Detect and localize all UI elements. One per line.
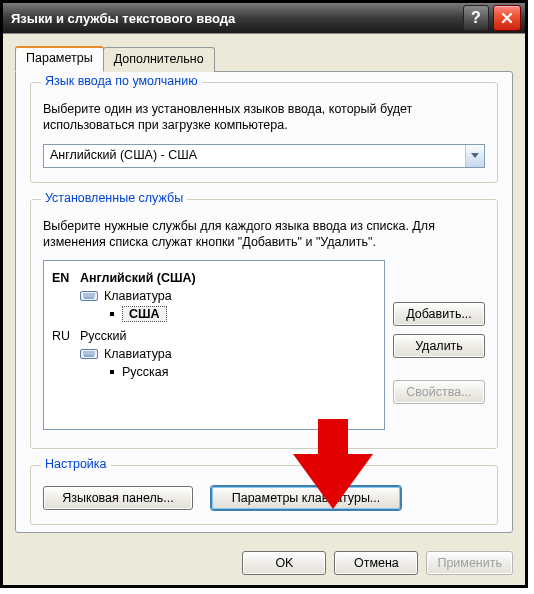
services-list[interactable]: EN Английский (США) Клавиатура США [43, 260, 385, 430]
button-label: Языковая панель... [62, 491, 173, 505]
button-label: Удалить [415, 339, 463, 353]
language-bar-button[interactable]: Языковая панель... [43, 486, 193, 510]
chevron-down-icon [471, 153, 479, 159]
keyboard-icon [80, 289, 98, 304]
group-legend: Язык ввода по умолчанию [41, 74, 202, 88]
remove-button[interactable]: Удалить [393, 334, 485, 358]
bullet-icon [110, 370, 114, 374]
combo-value: Английский (США) - США [44, 145, 465, 167]
lang-code: EN [52, 271, 80, 285]
lang-code: RU [52, 329, 80, 343]
tab-label: Параметры [26, 51, 93, 65]
category-label: Клавиатура [104, 347, 172, 361]
properties-button: Свойства... [393, 380, 485, 404]
lang-name: Английский (США) [80, 271, 196, 285]
service-lang-row[interactable]: EN Английский (США) [52, 269, 376, 287]
group-default-language: Язык ввода по умолчанию Выберите один из… [30, 82, 498, 183]
bullet-icon [110, 312, 114, 316]
button-label: Свойства... [406, 385, 471, 399]
service-lang-row[interactable]: RU Русский [52, 327, 376, 345]
close-icon [501, 12, 513, 24]
help-button[interactable]: ? [463, 5, 489, 31]
button-label: Добавить... [406, 307, 472, 321]
group-legend: Установленные службы [41, 191, 187, 205]
keyboard-settings-button[interactable]: Параметры клавиатуры... [211, 486, 401, 510]
dialog-button-row: OK Отмена Применить [242, 551, 513, 575]
tab-page: Язык ввода по умолчанию Выберите один из… [15, 71, 513, 533]
service-category-row[interactable]: Клавиатура [52, 345, 376, 363]
button-label: Параметры клавиатуры... [232, 491, 381, 505]
tab-parameters[interactable]: Параметры [15, 46, 104, 72]
service-layout-row[interactable]: Русская [52, 363, 376, 381]
ok-button[interactable]: OK [242, 551, 326, 575]
group-installed-services: Установленные службы Выберите нужные слу… [30, 199, 498, 450]
service-category-row[interactable]: Клавиатура [52, 287, 376, 305]
service-buttons-2: Свойства... [393, 380, 485, 404]
lang-name: Русский [80, 329, 126, 343]
button-label: Применить [437, 556, 502, 570]
keyboard-icon [80, 347, 98, 362]
apply-button: Применить [426, 551, 513, 575]
client-area: Параметры Дополнительно Язык ввода по ум… [3, 33, 525, 585]
category-label: Клавиатура [104, 289, 172, 303]
layout-label: Русская [122, 365, 168, 379]
group-legend: Настройка [41, 457, 111, 471]
close-button[interactable] [493, 5, 521, 31]
default-language-combo[interactable]: Английский (США) - США [43, 144, 485, 168]
services-help: Выберите нужные службы для каждого языка… [43, 218, 485, 251]
service-layout-row[interactable]: США [52, 305, 376, 323]
layout-label-selected: США [122, 306, 167, 322]
dialog-window: Языки и службы текстового ввода ? Параме… [0, 0, 528, 588]
window-title: Языки и службы текстового ввода [11, 11, 463, 26]
button-label: OK [275, 556, 293, 570]
cancel-button[interactable]: Отмена [334, 551, 418, 575]
tab-label: Дополнительно [114, 52, 204, 66]
tab-advanced[interactable]: Дополнительно [103, 47, 215, 72]
button-label: Отмена [354, 556, 399, 570]
service-buttons: Добавить... Удалить [393, 302, 485, 358]
tabstrip: Параметры Дополнительно [15, 46, 214, 72]
default-language-help: Выберите один из установленных языков вв… [43, 101, 485, 134]
combo-dropdown-button[interactable] [465, 145, 484, 167]
add-button[interactable]: Добавить... [393, 302, 485, 326]
titlebar: Языки и службы текстового ввода ? [3, 3, 525, 33]
group-settings: Настройка Языковая панель... Параметры к… [30, 465, 498, 525]
